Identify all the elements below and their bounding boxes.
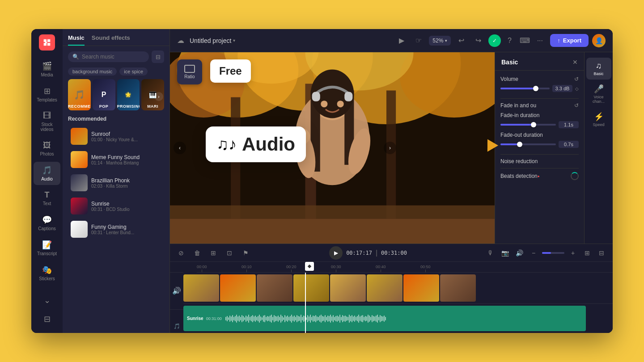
sidebar-item-templates[interactable]: ⊞ Templates	[34, 83, 60, 106]
music-tabs: Music Sound effects	[63, 29, 169, 46]
strip-item-speed[interactable]: ⚡ Speed	[586, 108, 611, 130]
tab-sound-effects[interactable]: Sound effects	[92, 34, 130, 46]
fade-in-slider[interactable]	[500, 124, 556, 126]
settings-tl-btn[interactable]: ⊟	[596, 247, 607, 259]
sidebar-item-text[interactable]: T Text	[34, 187, 60, 210]
search-input[interactable]	[82, 54, 144, 60]
tag-background-music[interactable]: background music	[68, 67, 117, 76]
zoom-in-btn[interactable]: +	[567, 247, 579, 259]
sidebar-item-transcript[interactable]: 📝 Transcript	[34, 236, 60, 260]
filter-button[interactable]: ⊟	[152, 51, 164, 63]
genre-next-arrow[interactable]: ›	[154, 92, 163, 101]
app-logo[interactable]	[39, 34, 55, 51]
mark-btn[interactable]: ⊡	[224, 247, 235, 259]
sidebar-item-label: Audio	[41, 177, 53, 181]
photos-icon: 🖼	[43, 141, 51, 150]
fade-out-label: Fade-out duration	[500, 132, 579, 138]
fade-in-value: 1.1s	[559, 121, 579, 128]
sidebar-item-stickers[interactable]: 🎭 Stickers	[34, 261, 60, 285]
sidebar-item-photos[interactable]: 🖼 Photos	[34, 137, 60, 160]
video-frame-1	[183, 274, 219, 302]
fade-label: Fade in and ou	[500, 102, 536, 109]
genre-card-pop[interactable]: P POP	[93, 79, 115, 110]
fade-out-row: 0.7s	[500, 141, 579, 148]
volume-diamond-icon[interactable]: ◇	[575, 86, 579, 91]
volume-reset-icon[interactable]: ↺	[574, 76, 579, 82]
main-area: ☁ Untitled project ▾ ▶ ☞ 52% ▾ ↩ ↪ ✓ ? ⌨	[170, 29, 613, 333]
thumb-gaming	[71, 221, 88, 238]
settings-icon: ⊟	[44, 314, 51, 324]
audio-track-name: Sunrise	[187, 316, 203, 321]
sidebar-item-media[interactable]: 🎬 Media	[34, 58, 60, 81]
panel-header: Basic ✕	[495, 52, 584, 71]
group-btn[interactable]: ⊞	[208, 247, 219, 259]
video-track-label[interactable]: 🔊	[170, 273, 183, 310]
music-meta: 01:00 · Nicky Youre &...	[91, 137, 161, 142]
camera-btn[interactable]: 📷	[499, 247, 511, 259]
flag-btn[interactable]: ⚑	[240, 247, 251, 259]
play-preview-btn[interactable]: ▶	[395, 34, 408, 47]
fade-reset-icon[interactable]: ↺	[574, 102, 579, 109]
fullscreen-btn[interactable]: ⊞	[581, 247, 593, 259]
strip-item-basic[interactable]: ♫ Basic	[586, 58, 611, 80]
sidebar-item-captions[interactable]: 💬 Captions	[34, 211, 60, 235]
user-avatar[interactable]: 👤	[592, 34, 606, 47]
zoom-chevron-icon: ▾	[445, 38, 447, 43]
strip-item-voice-change[interactable]: 🎤 Voice chan...	[586, 80, 611, 107]
beats-label: Beats detection	[500, 173, 538, 179]
playback-controls: ▶ 00:17:17 | 00:31:00	[329, 246, 407, 260]
panel-close-btn[interactable]: ✕	[572, 59, 578, 66]
music-name: Brazillian Phonk	[91, 177, 161, 184]
delete-btn[interactable]: 🗑	[191, 247, 203, 259]
undo-btn[interactable]: ↩	[454, 34, 468, 47]
next-arrow[interactable]: ›	[384, 142, 396, 154]
music-name: Sunrise	[91, 201, 161, 207]
top-controls: ▶ ☞ 52% ▾ ↩ ↪ ✓ ? ⌨ ··· ↑ Export �	[395, 34, 606, 47]
check-btn[interactable]: ✓	[488, 34, 501, 47]
fade-toggle-row: Fade in and ou ↺	[500, 102, 579, 109]
volume-slider[interactable]	[500, 88, 550, 89]
more-btn[interactable]: ···	[533, 34, 547, 47]
audio-sync-btn[interactable]: 🔊	[513, 247, 525, 259]
sidebar-item-settings[interactable]: ⊟	[34, 311, 60, 328]
ratio-button[interactable]: Ratio	[177, 59, 202, 84]
prev-arrow[interactable]: ‹	[174, 142, 186, 154]
question-btn[interactable]: ?	[503, 34, 516, 47]
right-timeline-controls: 🎙 📷 🔊 − + ⊞ ⊟	[485, 247, 607, 259]
fade-in-label: Fade-in duration	[500, 112, 579, 118]
project-name[interactable]: Untitled project ▾	[190, 37, 235, 44]
redo-btn[interactable]: ↪	[471, 34, 485, 47]
tag-ice-spice[interactable]: ice spice	[119, 67, 148, 76]
volume-section: Volume ↺ 3.3 dB ◇	[500, 76, 579, 92]
music-item-brazil[interactable]: Brazillian Phonk 02:03 · Killa Storm	[65, 171, 167, 194]
cursor-btn[interactable]: ☞	[412, 34, 425, 47]
search-input-wrap: 🔍	[68, 51, 149, 62]
sidebar-item-expand[interactable]: ⌄	[34, 292, 60, 309]
music-notes-icon: ♫♪	[216, 135, 237, 154]
sidebar-item-stock[interactable]: 🎞 Stock videos	[34, 108, 60, 135]
sidebar-item-audio[interactable]: 🎵 Audio	[34, 162, 60, 185]
video-frame-4	[293, 274, 329, 302]
basic-strip-label: Basic	[593, 72, 603, 76]
canvas-area: Ratio Free ♫♪ Audio	[170, 52, 613, 244]
zoom-out-btn[interactable]: −	[528, 247, 539, 259]
video-frame-7	[403, 274, 439, 302]
split-btn[interactable]: ⊘	[175, 247, 187, 259]
zoom-display[interactable]: 52% ▾	[429, 36, 451, 46]
keyboard-btn[interactable]: ⌨	[518, 34, 531, 47]
genre-card-promising[interactable]: 🌟 PROMISING	[117, 79, 140, 110]
tab-music[interactable]: Music	[68, 34, 85, 46]
genre-card-recommend[interactable]: 🎵 RECOMMEND	[68, 79, 91, 110]
beats-row: Beats detection ●	[500, 172, 579, 180]
export-button[interactable]: ↑ Export	[550, 34, 589, 47]
music-item-meme[interactable]: Meme Funny Sound 01:14 · Manhoa Bintang	[65, 148, 167, 171]
mic-btn[interactable]: 🎙	[485, 247, 496, 259]
fade-out-slider[interactable]	[500, 143, 556, 145]
music-item-sunrise[interactable]: Sunrise 00:31 · BCD Studio	[65, 194, 167, 218]
music-item-gaming[interactable]: Funny Gaming 00:31 · Lenter Bund...	[65, 218, 167, 241]
zoom-slider[interactable]	[542, 252, 564, 254]
audio-track-label[interactable]: 🎵	[170, 310, 183, 333]
play-button[interactable]: ▶	[329, 246, 343, 260]
section-title-recommended: Recommended	[63, 114, 169, 125]
music-item-sunroof[interactable]: Sunroof 01:00 · Nicky Youre &...	[65, 125, 167, 148]
